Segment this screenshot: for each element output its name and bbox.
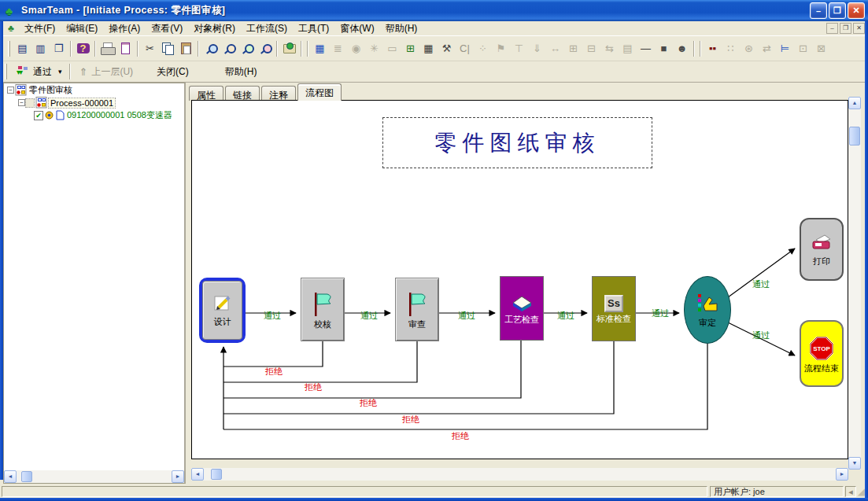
object-tree-icon[interactable]: ⊞ [401, 40, 419, 57]
close-process-button[interactable]: 关闭(C) [150, 63, 195, 81]
node-design[interactable]: 设计 [202, 281, 242, 340]
edge-label-reject: 拒绝 [402, 414, 419, 425]
tree-row-process[interactable]: − Process-000001 [4, 97, 184, 109]
toolbar-separator [69, 64, 71, 79]
scroll-down-icon[interactable]: ▼ [848, 457, 861, 470]
cascade-windows-icon[interactable]: ❐ [50, 40, 68, 57]
scroll-right-icon[interactable]: ► [172, 470, 184, 483]
search-form-icon[interactable] [220, 40, 238, 57]
save-disk-icon: ⊡ [794, 40, 812, 57]
search-text-icon[interactable] [256, 40, 274, 57]
node-print[interactable]: 打印 [800, 218, 844, 281]
process-tree-panel: − 零件图审核 − Process-000001 ✔ [3, 83, 186, 484]
status-arrow-icon[interactable]: ◂ [845, 486, 856, 497]
user-account-panel: 用户帐户: joe [710, 486, 844, 497]
tree-horizontal-scrollbar[interactable]: ◄ ► [4, 470, 184, 483]
menu-object-tree[interactable]: 对象树(R) [188, 20, 241, 37]
user-account-icon[interactable]: ☻ [673, 40, 691, 57]
tree-row-root[interactable]: − 零件图审核 [4, 84, 184, 96]
search-refresh-icon[interactable] [238, 40, 256, 57]
flag-icon [311, 291, 334, 318]
tree-compare-icon[interactable]: ⊨ [776, 40, 794, 57]
document-icon: ≣ [329, 40, 347, 57]
scroll-right-icon[interactable]: ► [836, 468, 848, 481]
pass-button[interactable]: 通过 [10, 63, 58, 81]
desktop-icon[interactable] [280, 40, 298, 57]
tile-horizontal-icon[interactable]: ▤ [13, 40, 31, 57]
node-process-end[interactable]: STOP 流程结束 [800, 320, 844, 387]
resize-grip-icon[interactable]: ◢ [858, 486, 865, 497]
scroll-thumb[interactable] [21, 471, 32, 482]
collapse-icon[interactable]: − [7, 87, 14, 94]
tree-row-document[interactable]: ✔ 091200000001 0508变速器 [4, 109, 184, 121]
print-icon[interactable] [98, 40, 116, 57]
tab-properties[interactable]: 属性 [189, 86, 223, 101]
tree-document-label[interactable]: 091200000001 0508变速器 [65, 109, 174, 121]
menu-actions[interactable]: 操作(A) [103, 20, 146, 37]
link-state-icon[interactable]: ▪▪ [704, 40, 722, 57]
help-button[interactable]: 帮助(H) [219, 63, 264, 81]
menu-help[interactable]: 帮助(H) [380, 20, 423, 37]
film-icon: ▤ [619, 40, 637, 57]
menu-view[interactable]: 查看(V) [146, 20, 188, 37]
toolbar-separator [198, 41, 199, 57]
settings-icon: ✳ [365, 40, 383, 57]
grid-icon[interactable]: ▦ [419, 40, 438, 57]
tree-root-label[interactable]: 零件图审核 [28, 84, 74, 96]
menu-edit[interactable]: 编辑(E) [61, 20, 103, 37]
node-check[interactable]: 校核 [301, 278, 345, 341]
copy-icon[interactable] [159, 40, 177, 57]
up-arrow-icon: ⇑ [79, 66, 88, 78]
menu-tools[interactable]: 工具(T) [293, 20, 334, 37]
mdi-minimize-button[interactable]: – [826, 23, 838, 34]
tab-links[interactable]: 链接 [225, 86, 260, 101]
mdi-close-button[interactable]: ✕ [853, 23, 865, 34]
workflow-panel: 属性 链接 注释 流程图 [187, 83, 865, 485]
flag-icon [405, 291, 429, 318]
stop-sign-icon: STOP [808, 335, 835, 362]
paste-icon[interactable] [177, 40, 195, 57]
node-review[interactable]: 审查 [395, 278, 439, 341]
scroll-up-icon[interactable]: ▲ [848, 97, 861, 109]
search-icon[interactable] [201, 40, 220, 57]
menu-file[interactable]: 文件(F) [19, 20, 61, 37]
block-icon[interactable]: ■ [655, 40, 673, 57]
minimize-button[interactable]: – [810, 2, 827, 19]
approved-checkbox[interactable]: ✔ [34, 111, 43, 120]
node-process-check[interactable]: 工艺检查 [500, 276, 544, 341]
node-label: 工艺检查 [504, 315, 539, 324]
canvas-horizontal-scrollbar[interactable]: ◄ ► [191, 468, 848, 481]
tab-notes[interactable]: 注释 [261, 86, 296, 101]
scroll-thumb[interactable] [849, 127, 860, 146]
mdi-child-icon[interactable]: ♣ [5, 23, 17, 34]
edge-label-pass: 通过 [264, 310, 281, 322]
mdi-restore-button[interactable]: ❐ [840, 23, 851, 34]
print-preview-icon[interactable] [116, 40, 135, 57]
node-design-selection: 设计 [199, 278, 246, 343]
dash-icon[interactable]: — [637, 40, 655, 57]
scroll-left-icon[interactable]: ◄ [191, 468, 204, 481]
menu-window[interactable]: 窗体(W) [334, 20, 379, 37]
pass-dropdown-arrow[interactable]: ▾ [58, 68, 67, 76]
toolbar-grip[interactable] [5, 64, 7, 79]
tile-vertical-icon[interactable]: ▥ [31, 40, 50, 57]
toolbar-separator [301, 41, 302, 57]
cut-icon[interactable]: ✂ [141, 40, 159, 57]
toolbar-grip[interactable] [8, 41, 10, 57]
tree-process-label[interactable]: Process-000001 [48, 98, 116, 109]
node-approve[interactable]: 审定 [684, 276, 731, 344]
canvas-vertical-scrollbar[interactable]: ▲ ▼ [848, 97, 861, 470]
scroll-left-icon[interactable]: ◄ [4, 470, 17, 483]
menu-workflow[interactable]: 工作流(S) [241, 20, 293, 37]
process-checkbox[interactable] [25, 98, 35, 108]
scroll-thumb[interactable] [211, 469, 222, 480]
document-mini-icon [56, 110, 65, 120]
maximize-button[interactable]: ❐ [829, 2, 846, 19]
close-button[interactable]: ✕ [848, 2, 865, 19]
help-book-icon[interactable]: ? [74, 40, 92, 57]
machine-icon[interactable]: ⚒ [438, 40, 456, 57]
node-standard-check[interactable]: Ss 标准检查 [592, 276, 636, 341]
flowchart-view-icon[interactable]: ▦ [311, 40, 329, 57]
tab-flowchart[interactable]: 流程图 [297, 83, 342, 101]
collapse-icon[interactable]: − [18, 99, 25, 106]
